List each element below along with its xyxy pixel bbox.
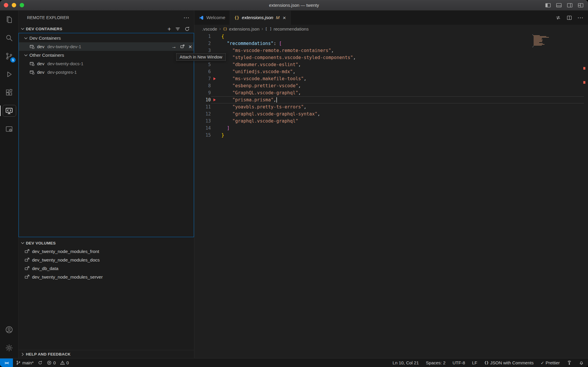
- container-item-dev-twenty-dev-1[interactable]: devdev-twenty-dev-1→×: [19, 42, 194, 51]
- warnings-status[interactable]: 0: [60, 360, 69, 365]
- code-lines: 1{2 "recommendations": [3 "ms-vscode-rem…: [194, 33, 588, 139]
- gear-icon: [5, 343, 14, 352]
- modified-badge: M: [276, 15, 279, 20]
- container-gear-icon: [5, 125, 14, 133]
- activity-accounts[interactable]: [0, 321, 18, 339]
- code-line-5[interactable]: 5 "dbaeumer.vscode-eslint",: [194, 61, 588, 68]
- minimize-window-button[interactable]: [12, 3, 16, 7]
- section-help-and-feedback[interactable]: HELP AND FEEDBACK: [19, 350, 194, 358]
- minimap-line: [534, 36, 546, 37]
- close-tab-icon[interactable]: ×: [283, 15, 286, 21]
- warning-icon: [60, 360, 65, 365]
- volume-label: dev_twenty_node_modules_front: [32, 249, 99, 254]
- volume-item-dev-twenty-node-modules-server[interactable]: dev_twenty_node_modules_server: [19, 273, 194, 281]
- gutter: [211, 103, 221, 110]
- code-line-8[interactable]: 8 "esbenp.prettier-vscode",: [194, 82, 588, 89]
- cursor-position-status[interactable]: Ln 10, Col 21: [392, 360, 419, 365]
- open-changes-icon[interactable]: [555, 15, 561, 21]
- minimap-line: [534, 42, 539, 43]
- line-number: 2: [194, 40, 211, 47]
- remote-indicator[interactable]: ><: [0, 358, 13, 367]
- check-icon: ✓: [541, 361, 544, 365]
- refresh-icon[interactable]: [184, 26, 190, 32]
- customize-layout-icon[interactable]: [577, 2, 584, 9]
- minimap[interactable]: [532, 34, 556, 48]
- toggle-panel-icon[interactable]: [556, 2, 562, 9]
- more-actions-icon[interactable]: ⋯: [183, 15, 189, 21]
- tab-welcome[interactable]: Welcome: [194, 11, 230, 25]
- attach-in-new-window-icon[interactable]: [180, 44, 185, 49]
- close-window-button[interactable]: [4, 3, 8, 7]
- sidebar-title: REMOTE EXPLORER: [27, 15, 69, 20]
- dev-containers-tree: Dev Containersdevdev-twenty-dev-1→×Other…: [19, 33, 194, 237]
- code-line-11[interactable]: 11 "yoavbls.pretty-ts-errors",: [194, 103, 588, 110]
- split-editor-icon[interactable]: [566, 15, 572, 21]
- activity-extensions[interactable]: [0, 83, 18, 102]
- section-dev-volumes[interactable]: DEV VOLUMES: [19, 239, 194, 247]
- feedback-status[interactable]: [567, 360, 572, 365]
- volume-item-dev-twenty-node-modules-docs[interactable]: dev_twenty_node_modules_docs: [19, 256, 194, 264]
- gutter: [211, 118, 221, 125]
- attach-container-icon[interactable]: →: [171, 44, 176, 49]
- git-branch-status[interactable]: main*: [16, 360, 34, 365]
- container-item-dev-twenty-docs-1[interactable]: devdev-twenty-docs-1: [19, 59, 194, 68]
- row-actions: →×: [171, 42, 192, 51]
- code-text: "graphql.vscode-graphql": [221, 118, 298, 125]
- code-line-10[interactable]: 10 "prisma.prisma",: [194, 96, 588, 103]
- line-number: 6: [194, 68, 211, 75]
- sync-status[interactable]: [38, 360, 43, 365]
- indentation-status[interactable]: Spaces: 2: [426, 360, 446, 365]
- breadcrumb-item-recommendations[interactable]: [ ]recommendations: [265, 26, 309, 31]
- activity-run-and-debug[interactable]: [0, 65, 18, 83]
- encoding-status[interactable]: UTF-8: [452, 360, 465, 365]
- volume-item-dev-twenty-node-modules-front[interactable]: dev_twenty_node_modules_front: [19, 247, 194, 256]
- new-container-icon[interactable]: +: [167, 26, 171, 32]
- code-line-15[interactable]: 15}: [194, 132, 588, 139]
- more-editor-actions-icon[interactable]: ⋯: [577, 15, 583, 21]
- tabs: Welcome{}extensions.jsonM×: [194, 11, 291, 25]
- code-line-3[interactable]: 3 "ms-vscode-remote.remote-containers",: [194, 47, 588, 54]
- code-line-2[interactable]: 2 "recommendations": [: [194, 40, 588, 47]
- filter-icon[interactable]: [175, 26, 181, 32]
- container-icon: [29, 61, 35, 66]
- code-line-12[interactable]: 12 "graphql.vscode-graphql-syntax",: [194, 110, 588, 118]
- code-line-7[interactable]: 7 "ms-vscode.makefile-tools",: [194, 75, 588, 82]
- eol-status[interactable]: LF: [472, 360, 477, 365]
- errors-status[interactable]: 0: [47, 360, 56, 365]
- toggle-secondary-sidebar-icon[interactable]: [567, 2, 573, 9]
- breadcrumb-item-vscode[interactable]: .vscode: [202, 26, 217, 31]
- language-mode-status[interactable]: {} JSON with Comments: [484, 360, 534, 365]
- zoom-window-button[interactable]: [20, 3, 24, 7]
- tree-group-dev-containers[interactable]: Dev Containers: [19, 34, 194, 42]
- container-item-dev-postgres-1[interactable]: devdev-postgres-1: [19, 68, 194, 76]
- titlebar-layout-actions: [545, 2, 584, 9]
- code-line-6[interactable]: 6 "unifiedjs.vscode-mdx",: [194, 68, 588, 75]
- code-line-4[interactable]: 4 "styled-components.vscode-styled-compo…: [194, 54, 588, 61]
- tree-group-other-containers[interactable]: Other Containers: [19, 51, 194, 59]
- activity-explorer[interactable]: [0, 11, 18, 29]
- formatter-status[interactable]: ✓ Prettier: [541, 360, 560, 365]
- activity-source-control[interactable]: 1: [0, 47, 18, 65]
- activity-settings[interactable]: [0, 339, 18, 357]
- code-line-14[interactable]: 14 ]: [194, 125, 588, 132]
- section-dev-containers[interactable]: DEV CONTAINERS +: [19, 25, 194, 33]
- toggle-primary-sidebar-icon[interactable]: [545, 2, 551, 9]
- code-editor: 1{2 "recommendations": [3 "ms-vscode-rem…: [194, 33, 588, 358]
- volume-item-dev-db-data[interactable]: dev_db_data: [19, 264, 194, 273]
- gutter: [211, 40, 221, 47]
- code-line-9[interactable]: 9 "GraphQL.vscode-graphql",: [194, 89, 588, 96]
- notifications-status[interactable]: [579, 360, 584, 365]
- activity-dev-containers[interactable]: [0, 120, 18, 138]
- code-line-13[interactable]: 13 "graphql.vscode-graphql": [194, 118, 588, 125]
- activity-remote-explorer[interactable]: [0, 102, 18, 120]
- code-line-1[interactable]: 1{: [194, 33, 588, 40]
- code-text: "prisma.prisma",: [221, 96, 276, 103]
- breadcrumb-item-extensions-json[interactable]: {}extensions.json: [223, 26, 259, 31]
- code-text: "graphql.vscode-graphql-syntax",: [221, 110, 320, 118]
- tab-extensions-json[interactable]: {}extensions.jsonM×: [230, 11, 290, 25]
- activity-bar-bottom: [0, 321, 18, 357]
- extensions-icon: [5, 88, 14, 97]
- container-name: dev: [37, 44, 44, 49]
- stop-container-icon[interactable]: ×: [188, 44, 192, 50]
- activity-search[interactable]: [0, 29, 18, 47]
